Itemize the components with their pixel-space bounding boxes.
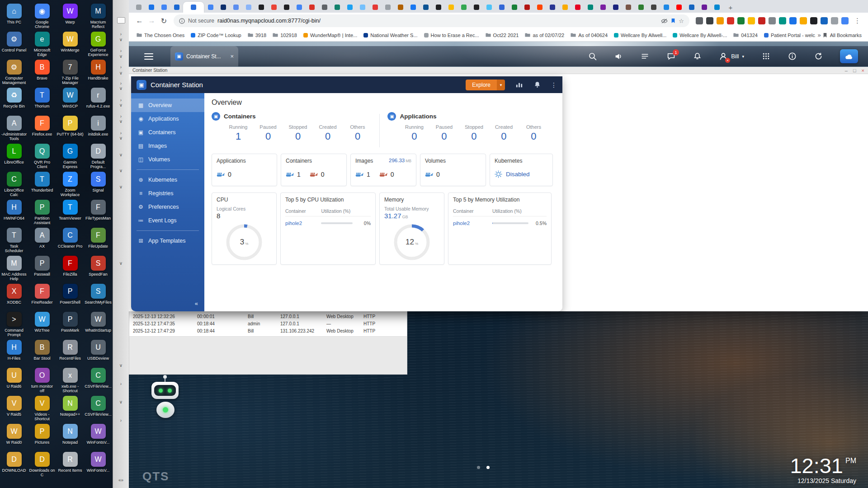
extension-icon[interactable]	[810, 17, 817, 24]
app-tab-close-icon[interactable]: ×	[230, 53, 234, 60]
desktop-icon[interactable]: VVideos - Shortcut	[28, 394, 56, 422]
desktop-icon[interactable]: TThorium	[28, 86, 56, 114]
containers-card[interactable]: Containers 1 0	[281, 154, 347, 186]
desktop-icon[interactable]: ♻Recycle Bin	[0, 86, 28, 114]
desktop-icon[interactable]: WW Raid0	[0, 422, 28, 450]
browser-tab[interactable]	[280, 2, 292, 13]
desktop-icon[interactable]: BBar Stool	[28, 338, 56, 366]
desktop-icon[interactable]: A-Administrator Tools	[0, 114, 28, 142]
desktop-icon[interactable]: UUSBDeview	[84, 338, 112, 366]
desktop-icon[interactable]: LLibreOffice	[0, 142, 28, 170]
log-table-row[interactable]: 2025-12-12 17:47:3500:18:44admin127.0.0.…	[129, 320, 407, 327]
browser-tab[interactable]	[533, 2, 546, 13]
desktop-icon[interactable]: PPasswall	[28, 254, 56, 282]
sidebar-item-containers[interactable]: ▣Containers	[131, 126, 204, 139]
desktop-icon[interactable]: UU Raid6	[0, 366, 28, 394]
bookmark-star-icon[interactable]: ☆	[679, 18, 684, 24]
panel-chevron-icon[interactable]: ›	[113, 32, 129, 37]
desktop-icon[interactable]: PPassMark	[56, 310, 84, 338]
desktop-icon[interactable]: 77-Zip File Manager	[56, 58, 84, 86]
sidebar-item-registries[interactable]: ≡Registries	[131, 187, 204, 200]
volumes-card[interactable]: Volumes 0	[420, 154, 486, 186]
extension-icon[interactable]	[779, 17, 786, 24]
desktop-icon[interactable]: PPuTTY (64-bit)	[56, 114, 84, 142]
browser-tab[interactable]	[318, 2, 330, 13]
desktop-icon[interactable]: FFileTypesMan	[84, 198, 112, 226]
desktop-icon[interactable]: ⌂This PC	[0, 2, 28, 30]
close-button[interactable]: ×	[862, 67, 864, 74]
sidebar-item-kubernetes[interactable]: ⊛Kubernetes	[131, 173, 204, 187]
bookmark-flag-icon[interactable]	[671, 18, 675, 23]
bookmark-item[interactable]: WunderMap® | Inte...	[300, 31, 360, 39]
panel-chevron-icon[interactable]: ›	[113, 81, 129, 86]
browser-tab[interactable]	[132, 2, 145, 13]
desktop-icon[interactable]: NNotepad++	[56, 394, 84, 422]
desktop-icon[interactable]: ⚙Control Panel	[0, 30, 28, 58]
bookmark-item[interactable]: ZIP Code™ Lookup	[188, 31, 244, 39]
extension-icon[interactable]	[748, 17, 755, 24]
desktop-icon[interactable]: HH-Files	[0, 338, 28, 366]
browser-tab[interactable]	[394, 2, 406, 13]
top-memory-row[interactable]: pihole2 0.5%	[453, 221, 547, 226]
desktop-icon[interactable]: VV Raid5	[0, 394, 28, 422]
sidebar-item-overview[interactable]: ▦Overview	[131, 99, 204, 112]
desktop-icon[interactable]: ◉Google Chrome	[28, 2, 56, 30]
panel-chevron-icon[interactable]: ∨	[113, 71, 129, 75]
kubernetes-card[interactable]: Kubernetes Disabled	[490, 154, 553, 186]
browser-tab[interactable]	[495, 2, 508, 13]
browser-tab[interactable]	[407, 2, 419, 13]
desktop-icon[interactable]: DDOWNLOAD	[0, 450, 28, 478]
sidebar-item-images[interactable]: ▤Images	[131, 139, 204, 153]
browser-tab[interactable]	[356, 2, 368, 13]
panel-chevron-icon[interactable]: ›	[113, 65, 129, 70]
explore-caret-icon[interactable]: ▾	[497, 80, 505, 90]
desktop-icon[interactable]: WWinFontsV...	[84, 422, 112, 450]
desktop-icon[interactable]: TThunderbird	[28, 170, 56, 198]
panel-chevron-icon[interactable]: ›	[113, 98, 129, 103]
sidebar-item-app-templates[interactable]: ⊞App Templates	[131, 234, 204, 248]
desktop-icon[interactable]: RRecentFiles	[56, 338, 84, 366]
desktop-icon[interactable]: CCSVFileView...	[84, 394, 112, 422]
bookmark-item[interactable]: Oct22 2021	[482, 31, 522, 39]
desktop-icon[interactable]: XXODBC	[0, 282, 28, 310]
panel-chevron-icon[interactable]: ∨	[113, 119, 129, 124]
forward-button[interactable]: →	[146, 15, 158, 27]
info-icon[interactable]	[788, 52, 797, 61]
desktop-icon[interactable]: CCSVFileView...	[84, 366, 112, 394]
desktop-icon[interactable]: WWizTree	[28, 310, 56, 338]
panel-chevron-icon[interactable]: ›	[113, 131, 129, 136]
browser-tab[interactable]	[420, 2, 432, 13]
bookmark-item[interactable]: 102918	[269, 31, 300, 39]
desktop-icon[interactable]: iinitdisk.exe	[84, 114, 112, 142]
panel-chevron-icon[interactable]: ∨	[113, 136, 129, 141]
explore-button[interactable]: Explore ▾	[466, 80, 505, 90]
panel-chevron-icon[interactable]: ›	[113, 49, 129, 53]
desktop-side-panel[interactable]: ›∨›∨›∨›∨›∨›∨›∨∨∨∨∨∨›∨›«»	[113, 0, 129, 488]
minimize-button[interactable]: –	[845, 67, 848, 74]
panel-chevron-icon[interactable]: ∨	[113, 261, 129, 266]
desktop-icon[interactable]: FFineReader	[28, 282, 56, 310]
browser-tab[interactable]	[445, 2, 457, 13]
desktop-icon[interactable]: TTask Scheduler	[0, 226, 28, 254]
desktop-icon[interactable]: FFirefox.exe	[28, 114, 56, 142]
notifications-bell-icon[interactable]	[533, 81, 541, 89]
desktop-icon[interactable]: WWinMerge	[56, 30, 84, 58]
browser-tab[interactable]	[170, 2, 183, 13]
panel-chevron-icon[interactable]: ›	[113, 114, 129, 119]
bookmark-item[interactable]: National Weather S...	[360, 31, 420, 39]
panel-chevron-icon[interactable]: ∨	[113, 363, 129, 368]
resource-monitor-icon[interactable]	[515, 81, 523, 89]
browser-tab[interactable]	[242, 2, 255, 13]
browser-tab[interactable]	[647, 2, 660, 13]
bookmark-item[interactable]: As of 040624	[567, 31, 611, 39]
desktop-icon[interactable]: xxwb.exe - Shortcut	[56, 366, 84, 394]
extension-icon[interactable]	[841, 17, 849, 24]
container-link[interactable]: pihole2	[285, 221, 321, 226]
extension-icon[interactable]	[831, 17, 838, 24]
extension-icon[interactable]	[696, 17, 703, 24]
extension-icon[interactable]	[821, 17, 828, 24]
page-dot[interactable]	[477, 466, 480, 469]
notifications-icon[interactable]	[693, 52, 702, 61]
sidebar-item-applications[interactable]: ◉Applications	[131, 112, 204, 126]
url-text[interactable]: raid0nas.myqnapcloud.com:8777/cgi-bin/	[217, 18, 658, 24]
